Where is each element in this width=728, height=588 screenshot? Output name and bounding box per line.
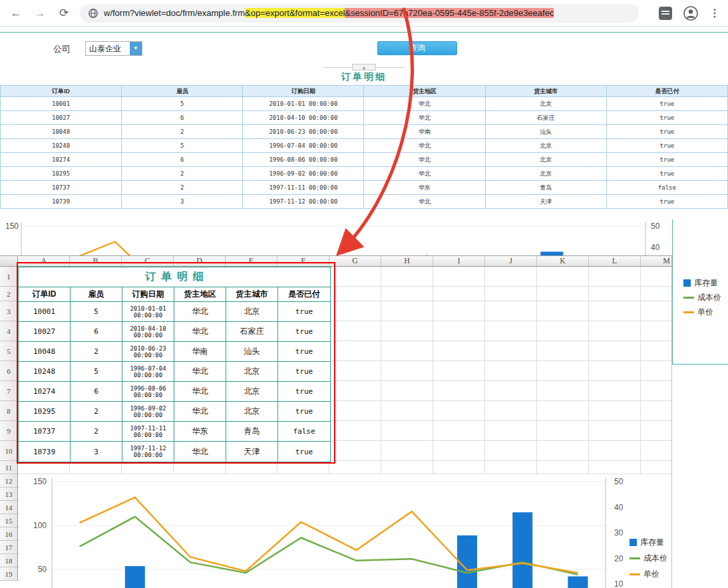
xl-cell: true [278, 322, 330, 341]
xl-cell: 1996-08-0600:00:00 [122, 382, 174, 401]
xl-table-row: 1004822010-06-2300:00:00华南汕头true [19, 342, 330, 362]
xl-cell: 10001 [19, 302, 71, 321]
globe-icon[interactable] [88, 8, 98, 19]
query-button[interactable]: 查询 [377, 41, 457, 55]
xl-cell: true [278, 362, 330, 381]
chevron-down-icon[interactable]: ▼ [130, 42, 142, 55]
xl-cell: 3 [71, 442, 122, 462]
report-cell: true [606, 97, 727, 111]
xl-cell: 汕头 [226, 342, 278, 361]
report-cell: 2010-06-23 00:00:00 [243, 125, 364, 139]
svg-text:50: 50 [38, 565, 47, 574]
xl-cell: 1997-11-1200:00:00 [122, 442, 174, 462]
collapse-handle-line [376, 67, 405, 68]
report-cell: 华北 [364, 153, 485, 167]
xl-table-row: 1002762010-04-1000:00:00华北石家庄true [19, 322, 330, 342]
xl-cell: true [278, 382, 330, 401]
xl-chart-canvas: 150100505040302010 [20, 474, 672, 588]
report-cell: 华南 [364, 125, 485, 139]
xl-cell: 华北 [174, 322, 226, 341]
xl-column-header: J [485, 256, 537, 266]
report-cell: 1997-11-12 00:00:00 [243, 195, 364, 209]
legend-label: 单价 [697, 307, 713, 318]
xl-cell: 2010-01-0100:00:00 [122, 302, 174, 321]
legend-bar-marker [630, 539, 637, 546]
xl-row-header: 14 [0, 501, 17, 514]
xl-cell: 华南 [174, 342, 226, 361]
excel-preview: ABCDEFGHIJKLM 12345678910111213141516171… [0, 255, 672, 588]
report-cell: 10001 [1, 97, 122, 111]
xl-row-header: 10 [0, 441, 17, 461]
xl-column-header: F [277, 256, 329, 266]
report-col-header: 货主地区 [364, 86, 485, 97]
xl-cell: 华北 [174, 302, 226, 321]
forward-icon[interactable]: → [32, 7, 48, 20]
back-icon[interactable]: ← [8, 7, 24, 20]
report-cell: 北京 [485, 97, 606, 111]
report-col-header: 雇员 [122, 86, 243, 97]
table-row: 1004822010-06-23 00:00:00华南汕头true [1, 125, 728, 139]
report-cell: 华北 [364, 139, 485, 153]
table-row: 1073721997-11-11 00:00:00华东青岛false [1, 181, 728, 195]
xl-cell: 华东 [174, 422, 226, 441]
refresh-icon[interactable]: ⟳ [56, 6, 72, 20]
menu-icon[interactable]: ⋮ [709, 7, 720, 19]
xl-column-header: C [122, 256, 174, 266]
svg-text:150: 150 [33, 477, 47, 486]
svg-text:50: 50 [651, 221, 660, 231]
report-cell: 10737 [1, 181, 122, 195]
svg-text:30: 30 [614, 528, 624, 537]
svg-text:150: 150 [5, 221, 19, 231]
legend-label: 成本价 [697, 292, 721, 303]
xl-table-row: 1000152010-01-0100:00:00华北北京true [19, 302, 330, 322]
xl-column-headers: ABCDEFGHIJKLM [0, 256, 671, 267]
xl-cell: 10739 [19, 442, 71, 462]
xl-row-header: 4 [0, 321, 17, 341]
xl-column-header: H [381, 256, 433, 266]
table-row: 1000152010-01-01 00:00:00华北北京true [1, 97, 728, 111]
xl-row-header: 13 [0, 488, 17, 501]
legend-label: 成本价 [643, 553, 667, 564]
legend-item: 单价 [683, 305, 728, 319]
xl-row-header: 2 [0, 287, 17, 301]
xl-cell: 华北 [174, 402, 226, 421]
extension-icon[interactable] [659, 7, 672, 20]
report-cell: 华东 [364, 181, 485, 195]
profile-icon[interactable] [683, 5, 699, 21]
xl-cell: 北京 [226, 402, 278, 421]
xl-cell: 石家庄 [226, 322, 278, 341]
xl-row-header: 7 [0, 381, 17, 401]
xl-cell: 5 [71, 362, 122, 381]
legend-label: 库存量 [640, 537, 664, 548]
company-label: 公司 [53, 43, 71, 55]
report-cell: 青岛 [485, 181, 606, 195]
xl-sheet: 12345678910111213141516171819 订单明细 订单ID雇… [0, 267, 671, 588]
legend-line-marker [683, 297, 694, 299]
table-row: 1024851996-07-04 00:00:00华北北京true [1, 139, 728, 153]
report-cell: 10295 [1, 167, 122, 181]
report-cell: 华北 [364, 97, 485, 111]
report-cell: 2 [122, 167, 243, 181]
collapse-handle[interactable]: ▲ [323, 64, 405, 71]
xl-cell: true [278, 342, 330, 361]
report-cell: 北京 [485, 153, 606, 167]
parameter-pane: 公司 山泰企业 ▼ 查询 [0, 41, 728, 57]
xl-table-row: 1024851996-07-0400:00:00华北北京true [19, 362, 330, 382]
report-cell: 石家庄 [485, 111, 606, 125]
collapse-handle-line [323, 67, 352, 68]
xl-header-cell: 雇员 [71, 287, 122, 301]
url-bar[interactable]: w/form?viewlet=doc/frm/example.frm&op=ex… [80, 4, 639, 23]
report-cell: 1996-08-06 00:00:00 [243, 153, 364, 167]
xl-table-row: 1073721997-11-1100:00:00华东青岛false [19, 422, 330, 442]
report-cell: 10248 [1, 139, 122, 153]
xl-column-header: I [433, 256, 485, 266]
xl-cell: 2010-06-2300:00:00 [122, 342, 174, 361]
url-session-param: &sessionID=67a720ea-0595-445e-855f-2de9e… [345, 8, 554, 18]
legend-label: 库存量 [694, 277, 718, 289]
report-cell: 10048 [1, 125, 122, 139]
report-col-header: 订单ID [1, 86, 122, 97]
company-select[interactable]: 山泰企业 ▼ [85, 41, 142, 56]
xl-header-cell: 货主地区 [174, 287, 226, 301]
svg-text:50: 50 [614, 477, 624, 486]
xl-row-header: 9 [0, 421, 17, 441]
